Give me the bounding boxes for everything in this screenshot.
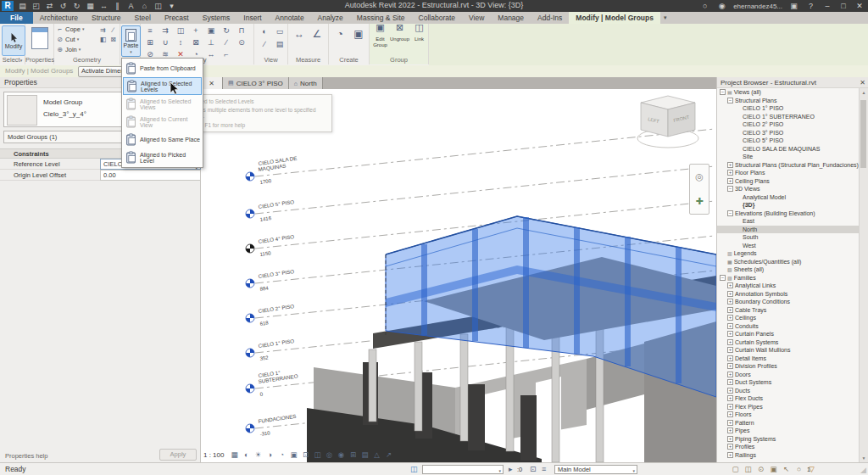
expand-icon[interactable]: + [727,363,733,369]
apply-button[interactable]: Apply [159,449,197,461]
expand-icon[interactable]: + [727,452,733,458]
tree-item[interactable]: ▦Schedules/Quantities (all) [717,258,860,266]
design-options-icon[interactable]: ⊡ [530,465,537,473]
worksharing-display-icon[interactable]: ⊞ [348,450,358,460]
collapse-icon[interactable]: − [727,186,733,192]
restore-button[interactable]: □ [838,2,849,10]
select-by-face-icon[interactable]: ▣ [769,465,778,474]
view-tab-north[interactable]: ⌂ North [289,77,323,89]
tree-item[interactable]: CIELO 1° SUBTERRANEO [717,113,860,121]
tree-item[interactable]: +Doors [717,371,860,379]
minimize-button[interactable]: – [822,2,832,10]
sync-icon[interactable]: ⇄ [44,1,55,11]
tree-item[interactable]: East [717,217,860,226]
collapse-icon[interactable]: − [720,89,726,95]
redo-icon[interactable]: ↻ [71,1,82,11]
background-processes-icon[interactable]: ○ [794,465,804,474]
open-file-icon[interactable]: ▤ [17,1,28,11]
expand-icon[interactable]: + [727,307,733,313]
visual-style-icon[interactable]: ◐ [241,450,251,460]
expand-icon[interactable]: + [727,178,733,184]
tree-item[interactable]: Site [717,153,860,161]
expand-icon[interactable]: + [727,170,733,176]
tree-item[interactable]: +Ceilings [717,314,860,322]
ribbon-tab-file[interactable]: File [0,12,33,24]
view-tab-cielo-3-piso[interactable]: ▤ CIELO 3° PISO [223,77,289,89]
ribbon-tab-modify-model-groups[interactable]: Modify | Model Groups [569,12,660,24]
expand-icon[interactable]: + [727,331,733,337]
tree-item[interactable]: −Elevations (Building Elevation) [717,210,860,218]
geometry-item-join[interactable]: ⊕Join▾ [54,44,120,54]
analytical-model-icon[interactable]: △ [371,450,381,460]
copy-icon[interactable]: ▣ [204,25,218,36]
scrollbar-thumb[interactable] [860,100,866,168]
measure-icon[interactable]: ↔ [98,1,109,11]
expand-icon[interactable]: + [727,372,733,377]
select-underlay-icon[interactable]: ◫ [743,465,753,474]
tree-item[interactable]: +Ducts [717,387,860,395]
select-pinned-icon[interactable]: ⊙ [756,465,765,474]
rotate-icon[interactable]: ↻ [220,25,233,36]
thin-lines-icon[interactable]: ◐ [258,26,271,37]
align-icon[interactable]: ≡ [143,25,157,36]
detail-level-icon[interactable]: ▦ [229,450,239,460]
ribbon-tab-systems[interactable]: Systems [196,12,237,24]
save-icon[interactable]: ◰ [31,1,42,11]
expand-icon[interactable]: + [727,299,733,305]
array-icon[interactable]: ⊞ [143,37,157,48]
close-icon[interactable]: ✕ [860,77,865,88]
paint-icon[interactable]: ◧ [99,36,107,43]
collapse-icon[interactable]: − [727,98,733,103]
tree-item[interactable]: ▧Sheets (all) [717,265,860,274]
ribbon-tab-steel[interactable]: Steel [128,12,158,24]
move-icon[interactable]: + [189,25,203,36]
drawing-area[interactable]: CIELO SALA DEMAQUINAS1700CIELO 5° PISO14… [201,89,716,462]
offset-icon[interactable]: ⇉ [159,25,172,36]
tree-item[interactable]: −Structural Plans [717,97,860,105]
tree-item[interactable]: +Pipes [717,427,860,435]
scale-icon[interactable]: ↕ [174,37,187,48]
linework-icon[interactable]: ▤ [273,39,287,50]
menu-item-aligned-to-same-place[interactable]: Aligned to Same Place [123,131,202,148]
cut-profile-icon[interactable]: ∕ [258,39,271,50]
tree-item[interactable]: +Curtain Panels [717,330,860,338]
split-element-icon[interactable]: ∕ [220,37,233,48]
measure-distance-icon[interactable]: ↔ [292,27,307,41]
angular-dimension-icon[interactable]: ∠ [309,27,325,41]
close-button[interactable]: ✕ [854,2,865,10]
ribbon-tab-manage[interactable]: Manage [491,12,531,24]
worksets-icon[interactable]: ◫ [410,465,418,473]
tree-item[interactable]: +Detail Items [717,355,860,363]
shadows-icon[interactable]: ◑ [264,450,275,460]
editable-only-icon[interactable]: ▸ [509,465,513,473]
tree-item[interactable]: +Division Profiles [717,362,860,371]
expand-icon[interactable]: + [727,404,733,410]
expand-icon[interactable]: + [727,339,733,345]
trim-icon[interactable]: ⊓ [235,25,248,36]
tree-item[interactable]: +Boundary Conditions [717,298,860,306]
expand-icon[interactable]: + [727,282,733,288]
expand-icon[interactable]: + [727,395,733,401]
ribbon-tab-structure[interactable]: Structure [85,12,128,24]
tree-item[interactable]: +Structural Plans (Structural Plan_Funda… [717,161,860,170]
tree-item[interactable]: Analytical Model [717,193,860,202]
expand-icon[interactable]: + [727,388,733,394]
menu-item-aligned-to-selected-levels[interactable]: Aligned to Selected Levels [123,77,202,95]
fillet-icon[interactable]: ∪ [159,37,172,48]
tree-item[interactable]: North [717,226,860,234]
expand-icon[interactable]: + [727,428,733,433]
demolish-icon[interactable]: ⊠ [109,36,117,43]
ribbon-tab-insert[interactable]: Insert [236,12,268,24]
tree-item[interactable]: +Railings [717,451,860,460]
ribbon-tab-precast[interactable]: Precast [158,12,196,24]
drag-on-selection-icon[interactable]: ↖ [782,465,791,474]
split-icon[interactable]: ∕ [109,26,117,34]
tree-item[interactable]: −▤Views (all) [717,88,860,97]
menu-item-aligned-to-picked-level[interactable]: Aligned to Picked Level [123,148,202,166]
tree-item[interactable]: CIELO 5° PISO [717,137,860,145]
design-option-combo[interactable]: Main Model ▾ [554,465,637,474]
tab-options-caret-icon[interactable]: ▾ [660,12,670,24]
tree-item[interactable]: +Pattern [717,419,860,428]
help-icon[interactable]: ? [805,1,816,11]
main-model-icon[interactable]: ≡ [542,465,546,473]
